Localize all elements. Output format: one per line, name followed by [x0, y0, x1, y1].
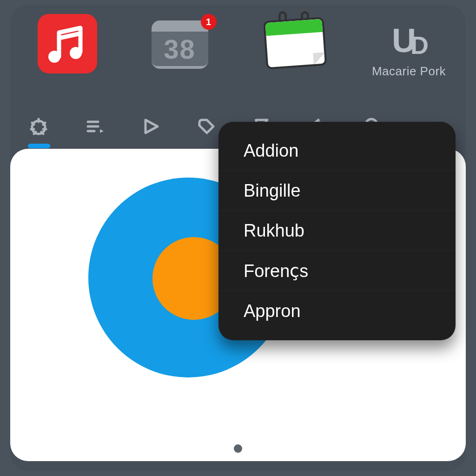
gear-icon[interactable]	[25, 113, 52, 140]
menu-item-rukhub[interactable]: Rukhub	[218, 211, 456, 251]
music-icon	[38, 14, 97, 73]
app-row: 38 1 UD Macarie Pork	[10, 11, 466, 95]
menu-item-appron[interactable]: Appron	[218, 291, 456, 331]
calendar-38-icon: 38 1	[152, 18, 211, 70]
svg-point-0	[48, 51, 60, 63]
svg-point-1	[70, 47, 82, 59]
notepad-icon	[264, 11, 326, 71]
badge-count: 1	[206, 17, 211, 27]
menu-item-addion[interactable]: Addion	[218, 131, 456, 171]
main-panel: 38 1 UD Macarie Pork	[10, 5, 466, 471]
menu-item-forencs[interactable]: Forenҫs	[218, 251, 456, 291]
ud-logo-icon: UD	[392, 20, 426, 61]
dropdown-menu: Addion Bingille Rukhub Forenҫs Appron	[218, 122, 456, 340]
ud-caption: Macarie Pork	[372, 64, 446, 79]
app-ud[interactable]: UD Macarie Pork	[352, 11, 466, 95]
app-calendar-38[interactable]: 38 1	[124, 11, 238, 95]
playlist-icon[interactable]	[81, 113, 108, 140]
app-music[interactable]	[10, 11, 124, 95]
page-indicator[interactable]	[234, 444, 242, 453]
tag-icon[interactable]	[192, 113, 219, 140]
menu-item-bingille[interactable]: Bingille	[218, 171, 456, 211]
app-notepad[interactable]	[238, 11, 352, 95]
calendar-day: 38	[164, 33, 196, 65]
notification-badge: 1	[201, 14, 217, 30]
play-icon[interactable]	[137, 113, 164, 140]
